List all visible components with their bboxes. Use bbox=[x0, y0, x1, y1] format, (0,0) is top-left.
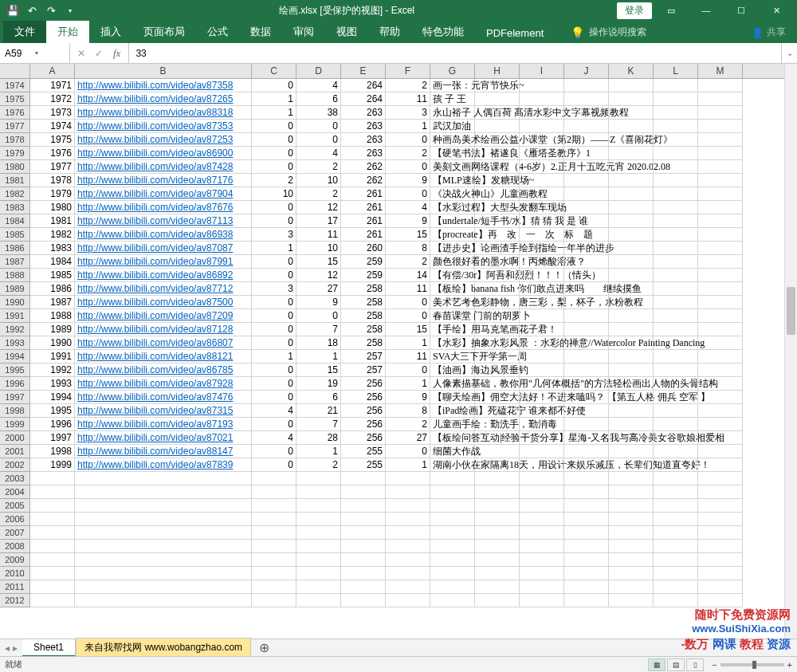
cell[interactable]: 1978 bbox=[30, 174, 75, 187]
cell[interactable]: 1974 bbox=[30, 120, 75, 133]
cell[interactable]: 256 bbox=[341, 404, 386, 418]
cell[interactable] bbox=[386, 553, 430, 567]
cell[interactable] bbox=[654, 147, 698, 160]
cell[interactable] bbox=[475, 160, 520, 174]
cell[interactable]: 15 bbox=[386, 228, 430, 242]
cell[interactable] bbox=[698, 323, 743, 336]
view-page-break-icon[interactable]: ▯ bbox=[686, 658, 704, 671]
cell[interactable] bbox=[520, 133, 564, 147]
cell[interactable] bbox=[475, 269, 520, 282]
cell[interactable]: 1 bbox=[386, 377, 430, 391]
cell[interactable] bbox=[564, 79, 609, 92]
cell[interactable] bbox=[520, 214, 564, 228]
cell[interactable]: 颜色很好看的墨水啊！丙烯酸溶液？ bbox=[430, 255, 475, 269]
cell[interactable] bbox=[564, 187, 609, 201]
cell[interactable]: 15 bbox=[296, 364, 341, 377]
cell[interactable]: 4 bbox=[296, 79, 341, 92]
cell[interactable] bbox=[75, 580, 252, 594]
cell[interactable] bbox=[609, 269, 654, 282]
cell[interactable]: http://www.bilibili.com/video/av88147 bbox=[75, 445, 252, 458]
cell[interactable] bbox=[609, 92, 654, 106]
cell[interactable] bbox=[609, 580, 654, 594]
cell[interactable] bbox=[520, 580, 564, 594]
row-header[interactable]: 2002 bbox=[0, 458, 29, 472]
cell[interactable] bbox=[475, 404, 520, 418]
cell[interactable] bbox=[698, 201, 743, 214]
cell[interactable] bbox=[520, 445, 564, 458]
cell[interactable]: http://www.bilibili.com/video/av87209 bbox=[75, 309, 252, 323]
cell[interactable]: 8 bbox=[386, 404, 430, 418]
cell[interactable] bbox=[520, 92, 564, 106]
row-header[interactable]: 2009 bbox=[0, 553, 29, 567]
cell[interactable]: 【进步史】论画渣手绘到指绘一年半的进步 bbox=[430, 242, 475, 255]
cell[interactable]: 263 bbox=[341, 147, 386, 160]
cell[interactable]: 259 bbox=[341, 269, 386, 282]
cell[interactable] bbox=[698, 120, 743, 133]
cell[interactable]: 1972 bbox=[30, 92, 75, 106]
cell[interactable]: 0 bbox=[252, 458, 296, 472]
cell[interactable] bbox=[564, 499, 609, 513]
cell[interactable] bbox=[430, 499, 475, 513]
cell[interactable] bbox=[475, 106, 520, 120]
cell[interactable] bbox=[609, 228, 654, 242]
cell[interactable]: 【板绘】banana fish 你们敢点进来吗 继续摸鱼 bbox=[430, 282, 475, 296]
cell[interactable] bbox=[564, 201, 609, 214]
cell[interactable]: SVA大三下开学第一周 bbox=[430, 350, 475, 364]
cell[interactable] bbox=[698, 282, 743, 296]
col-header-M[interactable]: M bbox=[698, 64, 743, 78]
cell[interactable] bbox=[252, 499, 296, 513]
cell[interactable]: 美刻文画网络课程（4-6岁）2.正月十五吃元宵 2020.02.08 bbox=[430, 160, 475, 174]
cell[interactable] bbox=[698, 214, 743, 228]
cell[interactable] bbox=[430, 526, 475, 540]
cell[interactable] bbox=[296, 472, 341, 485]
view-page-layout-icon[interactable]: ▤ bbox=[667, 658, 685, 671]
cell[interactable]: 0 bbox=[386, 364, 430, 377]
cell[interactable]: 种画岛美术绘画公益小课堂（第2期）——Z《喜闹花灯》 bbox=[430, 133, 475, 147]
cell[interactable]: 263 bbox=[341, 120, 386, 133]
row-header[interactable]: 1984 bbox=[0, 214, 29, 228]
cell[interactable] bbox=[296, 567, 341, 580]
cell[interactable] bbox=[609, 499, 654, 513]
cell[interactable] bbox=[520, 377, 564, 391]
col-header-B[interactable]: B bbox=[75, 64, 252, 78]
cell[interactable] bbox=[341, 594, 386, 607]
cell[interactable]: 0 bbox=[296, 309, 341, 323]
cell[interactable]: 9 bbox=[296, 296, 341, 309]
cell[interactable] bbox=[564, 269, 609, 282]
cell[interactable] bbox=[698, 242, 743, 255]
cell[interactable]: 【油画】海边风景垂钓 bbox=[430, 364, 475, 377]
cell[interactable] bbox=[654, 228, 698, 242]
cell[interactable] bbox=[654, 269, 698, 282]
cell[interactable] bbox=[698, 404, 743, 418]
cell[interactable]: 4 bbox=[252, 431, 296, 445]
ribbon-tab-PDFelement[interactable]: PDFelement bbox=[475, 23, 555, 43]
cell[interactable]: 1 bbox=[252, 106, 296, 120]
cell[interactable]: 湖南小伙在家隔离18天，用设计来娱乐减压，长辈们知道直夸好！ bbox=[430, 458, 475, 472]
cell[interactable] bbox=[654, 309, 698, 323]
cell[interactable]: 2 bbox=[386, 255, 430, 269]
cell[interactable]: http://www.bilibili.com/video/av87193 bbox=[75, 418, 252, 431]
cell[interactable] bbox=[698, 228, 743, 242]
cell[interactable]: http://www.bilibili.com/video/av87176 bbox=[75, 174, 252, 187]
cell[interactable]: 0 bbox=[386, 445, 430, 458]
cell[interactable] bbox=[654, 553, 698, 567]
cell[interactable] bbox=[564, 540, 609, 553]
cell[interactable] bbox=[609, 350, 654, 364]
cell[interactable] bbox=[654, 594, 698, 607]
cell[interactable] bbox=[520, 513, 564, 526]
cell[interactable] bbox=[386, 540, 430, 553]
cell[interactable]: 0 bbox=[252, 214, 296, 228]
cell[interactable] bbox=[698, 187, 743, 201]
close-icon[interactable]: ✕ bbox=[760, 2, 792, 19]
cell[interactable] bbox=[252, 485, 296, 499]
cell[interactable]: 【有偿/30r】阿吾和烈烈！！！（情头） bbox=[430, 269, 475, 282]
cell[interactable]: 256 bbox=[341, 377, 386, 391]
cell[interactable]: 11 bbox=[296, 228, 341, 242]
col-header-A[interactable]: A bbox=[30, 64, 75, 78]
ribbon-tab-插入[interactable]: 插入 bbox=[89, 21, 132, 43]
cell[interactable] bbox=[252, 526, 296, 540]
sheet-note[interactable]: 来自我帮找网 www.wobangzhao.com bbox=[76, 638, 251, 658]
cell[interactable]: 258 bbox=[341, 323, 386, 336]
row-header[interactable]: 1985 bbox=[0, 228, 29, 242]
cell[interactable]: 0 bbox=[386, 160, 430, 174]
